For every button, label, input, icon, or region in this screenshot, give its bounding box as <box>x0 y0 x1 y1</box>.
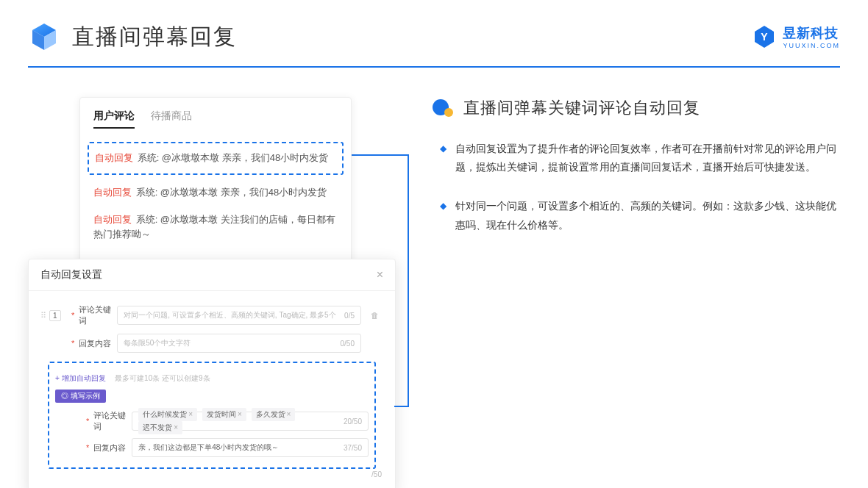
bullet-dot-icon <box>433 99 453 117</box>
svg-text:Y: Y <box>761 31 769 43</box>
rule-index: 1 <box>49 310 61 321</box>
add-auto-reply-link[interactable]: + 增加自动回复 <box>55 374 106 382</box>
footer-counter: /50 <box>371 470 382 478</box>
auto-reply-settings-panel: 自动回复设置 × ⠿1 * 评论关键词 对同一个问题, 可设置多个相近、高频的关… <box>28 259 396 488</box>
example-content-label: 回复内容 <box>93 442 132 453</box>
tab-pending-goods[interactable]: 待播商品 <box>151 110 192 129</box>
example-tag: 多久发货× <box>252 408 296 421</box>
content-counter: 0/50 <box>341 340 355 348</box>
bullet-item: ◆ 针对同一个问题，可设置多个相近的、高频的关键词。例如：这款多少钱、这块能优惠… <box>440 197 840 234</box>
diamond-icon: ◆ <box>440 197 447 234</box>
page-header: 直播间弹幕回复 Y 昱新科技 YUUXIN.COM <box>0 0 868 53</box>
delete-icon[interactable]: 🗑 <box>366 311 383 320</box>
comment-body: 系统: @冰墩墩本墩 亲亲，我们48小时内发货 <box>138 152 329 163</box>
comment-row: 自动回复 系统: @冰墩墩本墩 亲亲，我们48小时内发货 <box>80 179 351 207</box>
example-tag: 什么时候发货× <box>138 408 197 421</box>
example-tag: 迟不发货× <box>138 421 182 434</box>
content-input[interactable]: 每条限50个中文字符 0/50 <box>117 334 361 353</box>
diamond-icon: ◆ <box>440 140 447 176</box>
settings-title: 自动回复设置 <box>40 268 102 281</box>
example-content-counter: 37/50 <box>344 444 362 452</box>
section-title: 直播间弹幕关键词评论自动回复 <box>463 97 700 119</box>
connector-line <box>408 154 409 406</box>
example-section: + 增加自动回复 最多可建10条 还可以创建9条 ◎ 填写示例 * 评论关键词 … <box>48 362 376 469</box>
highlighted-comment: 自动回复 系统: @冰墩墩本墩 亲亲，我们48小时内发货 <box>88 142 344 175</box>
example-keyword-counter: 20/50 <box>344 417 362 426</box>
auto-reply-tag: 自动回复 <box>95 152 133 163</box>
tab-user-comments[interactable]: 用户评论 <box>93 110 135 129</box>
keyword-input[interactable]: 对同一个问题, 可设置多个相近、高频的关键词, Tag确定, 最多5个 0/5 <box>117 306 361 325</box>
brand-name-en: YUUXIN.COM <box>783 42 840 49</box>
drag-handle-icon[interactable]: ⠿ <box>40 311 46 320</box>
add-hint: 最多可建10条 还可以创建9条 <box>115 374 210 382</box>
page-title: 直播间弹幕回复 <box>72 22 237 52</box>
example-badge: ◎ 填写示例 <box>55 390 106 403</box>
section-header: 直播间弹幕关键词评论自动回复 <box>433 97 840 119</box>
brand: Y 昱新科技 YUUXIN.COM <box>752 24 840 49</box>
example-keyword-label: 评论关键词 <box>93 410 132 432</box>
content-label: 回复内容 <box>79 338 117 349</box>
connector-line <box>352 154 409 156</box>
auto-reply-tag: 自动回复 <box>93 187 132 198</box>
brand-name-cn: 昱新科技 <box>783 24 840 42</box>
keyword-counter: 0/5 <box>344 312 355 320</box>
keyword-label: 评论关键词 <box>79 304 117 326</box>
example-keyword-input[interactable]: 什么时候发货× 发货时间× 多久发货× 迟不发货× 20/50 <box>132 412 369 431</box>
example-content-input[interactable]: 亲，我们这边都是下单48小时内发货的哦～ 37/50 <box>132 438 369 457</box>
auto-reply-tag: 自动回复 <box>93 214 132 225</box>
cube-icon <box>28 21 60 53</box>
bullet-item: ◆ 自动回复设置为了提升作者的评论回复效率，作者可在开播前针对常见的评论用户问题… <box>440 140 840 176</box>
close-icon[interactable]: × <box>377 268 383 281</box>
brand-logo-icon: Y <box>752 24 777 49</box>
example-tag: 发货时间× <box>202 408 246 421</box>
comment-body: 系统: @冰墩墩本墩 亲亲，我们48小时内发货 <box>136 187 327 198</box>
comment-row: 自动回复 系统: @冰墩墩本墩 关注我们的店铺，每日都有热门推荐呦～ <box>80 207 351 249</box>
required-marker: * <box>71 339 74 348</box>
required-marker: * <box>71 311 74 320</box>
connector-line <box>394 406 409 407</box>
